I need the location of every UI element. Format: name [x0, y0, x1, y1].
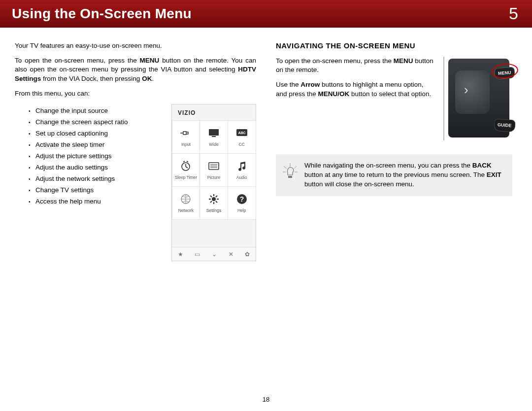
intro-paragraph-1: Your TV features an easy-to-use on-scree…: [15, 41, 256, 50]
list-item: Access the help menu: [29, 198, 161, 205]
dpad-icon: [455, 70, 490, 114]
list-item: Adjust the audio settings: [29, 164, 161, 171]
list-item: Adjust the picture settings: [29, 152, 161, 160]
rect-icon: ▭: [195, 251, 200, 258]
osd-cell-wide: Wide: [200, 120, 228, 154]
left-column: Your TV features an easy-to-use on-scree…: [15, 41, 256, 261]
gear-icon: [206, 193, 221, 206]
svg-text:ABC: ABC: [238, 131, 245, 135]
close-icon: ✕: [229, 251, 233, 258]
osd-menu-illustration: VIZIO Input Wide ABC CC: [171, 104, 256, 261]
globe-icon: [178, 193, 193, 206]
chevron-down-icon: ⌄: [212, 251, 217, 258]
right-column: NAVIGATING THE ON-SCREEN MENU To open th…: [276, 41, 512, 261]
tip-box: While navigating the on-screen menu, you…: [276, 154, 512, 196]
vizio-logo: VIZIO: [172, 104, 256, 120]
list-item: Activate the sleep timer: [29, 141, 161, 148]
svg-rect-1: [212, 136, 216, 137]
plug-icon: [178, 127, 193, 139]
list-item: Change TV settings: [29, 186, 161, 194]
osd-cell-cc: ABC CC: [228, 120, 256, 154]
list-item: Set up closed captioning: [29, 130, 161, 137]
cc-icon: ABC: [234, 127, 249, 139]
osd-cell-settings: Settings: [200, 186, 228, 220]
list-item: Adjust the network settings: [29, 175, 161, 182]
page-number: 18: [263, 396, 269, 403]
list-item: Change the screen aspect ratio: [29, 118, 161, 126]
chapter-number: 5: [509, 4, 518, 23]
clock-icon: [178, 160, 193, 172]
osd-cell-input: Input: [172, 120, 200, 154]
osd-cell-sleep: Sleep Timer: [172, 153, 200, 187]
tv-icon: [206, 127, 221, 139]
star-icon: ★: [178, 251, 183, 258]
picture-icon: [206, 160, 221, 172]
osd-cell-picture: Picture: [200, 153, 228, 187]
svg-point-7: [212, 197, 216, 201]
music-note-icon: [234, 160, 249, 172]
osd-footer-icons: ★ ▭ ⌄ ✕ ✿: [172, 247, 256, 261]
gear-small-icon: ✿: [245, 251, 250, 258]
remote-illustration: MENU GUIDE: [443, 57, 512, 140]
list-item: Change the input source: [29, 107, 161, 114]
svg-text:?: ?: [239, 195, 244, 203]
page-body: Your TV features an easy-to-use on-scree…: [0, 28, 532, 261]
lightbulb-icon: [283, 161, 298, 181]
osd-cell-audio: Audio: [228, 153, 256, 187]
osd-cell-help: ? Help: [228, 186, 256, 220]
osd-cell-network: Network: [172, 186, 200, 220]
question-icon: ?: [234, 193, 249, 206]
svg-rect-10: [288, 176, 292, 178]
intro-paragraph-3: From this menu, you can:: [15, 89, 256, 98]
section-heading: NAVIGATING THE ON-SCREEN MENU: [276, 41, 512, 50]
chapter-banner: Using the On-Screen Menu 5: [0, 0, 532, 28]
nav-paragraph-1: To open the on-screen menu, press the ME…: [276, 57, 434, 74]
capabilities-list: Change the input source Change the scree…: [29, 107, 161, 205]
svg-rect-0: [209, 129, 219, 136]
nav-paragraph-2: Use the Arrow buttons to highlight a men…: [276, 80, 434, 98]
remote-guide-button: GUIDE: [494, 119, 516, 133]
intro-paragraph-2: To open the on-screen menu, press the ME…: [15, 56, 256, 83]
chapter-title: Using the On-Screen Menu: [12, 6, 192, 22]
